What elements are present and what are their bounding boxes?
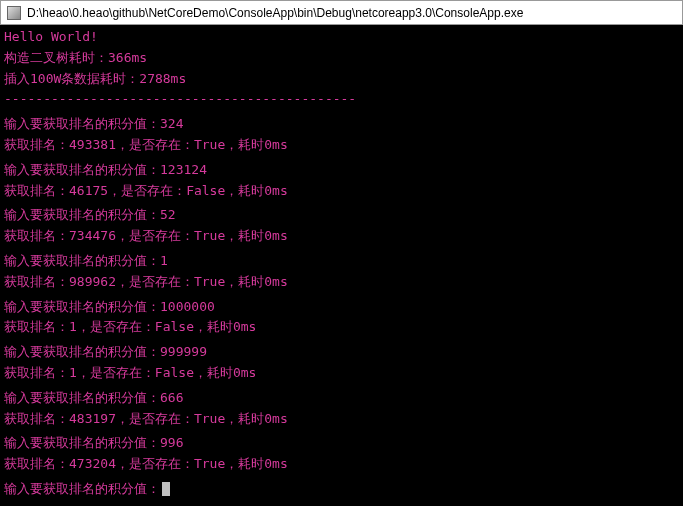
- query-block: 输入要获取排名的积分值：666获取排名：483197，是否存在：True，耗时0…: [4, 388, 679, 430]
- console-output[interactable]: Hello World! 构造二叉树耗时：366ms 插入100W条数据耗时：2…: [0, 25, 683, 506]
- query-result: 获取排名：493381，是否存在：True，耗时0ms: [4, 135, 679, 156]
- query-prompt: 输入要获取排名的积分值：324: [4, 114, 679, 135]
- query-prompt: 输入要获取排名的积分值：999999: [4, 342, 679, 363]
- query-result: 获取排名：1，是否存在：False，耗时0ms: [4, 317, 679, 338]
- query-prompt: 输入要获取排名的积分值：1: [4, 251, 679, 272]
- query-prompt: 输入要获取排名的积分值：666: [4, 388, 679, 409]
- window-title: D:\heao\0.heao\github\NetCoreDemo\Consol…: [27, 6, 523, 20]
- insert-time-line: 插入100W条数据耗时：2788ms: [4, 69, 679, 90]
- query-block: 输入要获取排名的积分值：324获取排名：493381，是否存在：True，耗时0…: [4, 114, 679, 156]
- query-result: 获取排名：734476，是否存在：True，耗时0ms: [4, 226, 679, 247]
- query-result: 获取排名：483197，是否存在：True，耗时0ms: [4, 409, 679, 430]
- current-prompt-block: 输入要获取排名的积分值：: [4, 479, 679, 500]
- query-prompt: 输入要获取排名的积分值：52: [4, 205, 679, 226]
- app-icon: [7, 6, 21, 20]
- query-result: 获取排名：473204，是否存在：True，耗时0ms: [4, 454, 679, 475]
- query-block: 输入要获取排名的积分值：1获取排名：989962，是否存在：True，耗时0ms: [4, 251, 679, 293]
- query-block: 输入要获取排名的积分值：996获取排名：473204，是否存在：True，耗时0…: [4, 433, 679, 475]
- queries-container: 输入要获取排名的积分值：324获取排名：493381，是否存在：True，耗时0…: [4, 114, 679, 475]
- query-block: 输入要获取排名的积分值：1000000获取排名：1，是否存在：False，耗时0…: [4, 297, 679, 339]
- query-prompt: 输入要获取排名的积分值：996: [4, 433, 679, 454]
- query-result: 获取排名：989962，是否存在：True，耗时0ms: [4, 272, 679, 293]
- separator-line: ----------------------------------------…: [4, 89, 679, 110]
- query-result: 获取排名：1，是否存在：False，耗时0ms: [4, 363, 679, 384]
- query-block: 输入要获取排名的积分值：123124获取排名：46175，是否存在：False，…: [4, 160, 679, 202]
- query-block: 输入要获取排名的积分值：999999获取排名：1，是否存在：False，耗时0m…: [4, 342, 679, 384]
- current-prompt: 输入要获取排名的积分值：: [4, 481, 160, 496]
- window-titlebar[interactable]: D:\heao\0.heao\github\NetCoreDemo\Consol…: [0, 0, 683, 25]
- query-block: 输入要获取排名的积分值：52获取排名：734476，是否存在：True，耗时0m…: [4, 205, 679, 247]
- query-prompt: 输入要获取排名的积分值：123124: [4, 160, 679, 181]
- hello-line: Hello World!: [4, 27, 679, 48]
- cursor-icon: [162, 482, 170, 496]
- query-prompt: 输入要获取排名的积分值：1000000: [4, 297, 679, 318]
- query-result: 获取排名：46175，是否存在：False，耗时0ms: [4, 181, 679, 202]
- build-time-line: 构造二叉树耗时：366ms: [4, 48, 679, 69]
